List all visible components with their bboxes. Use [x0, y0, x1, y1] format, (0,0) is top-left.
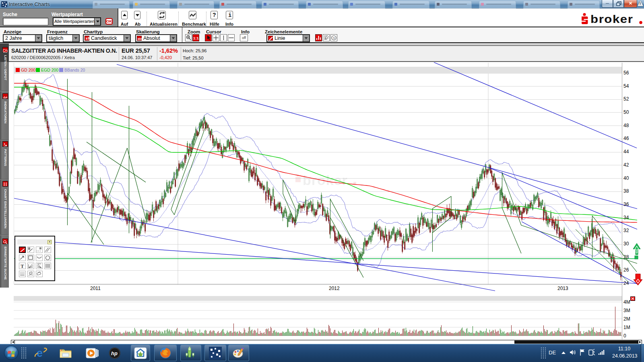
svg-text:0: 0 [623, 333, 626, 339]
svg-text:S: S [333, 36, 335, 40]
svg-text:30: 30 [623, 241, 629, 247]
svg-text:1M: 1M [623, 325, 630, 330]
svg-text:2M: 2M [623, 316, 630, 322]
svg-text:44: 44 [623, 149, 629, 154]
svg-text:3M: 3M [623, 308, 630, 313]
svg-text:EGD 200: EGD 200 [41, 68, 58, 72]
svg-text:38: 38 [623, 188, 629, 194]
svg-text:abs: abs [138, 37, 142, 40]
svg-text:52: 52 [623, 96, 629, 102]
svg-text:28: 28 [623, 254, 629, 260]
svg-text:34: 34 [623, 215, 629, 220]
svg-text:40: 40 [623, 175, 629, 181]
svg-text:32: 32 [623, 228, 629, 233]
svg-text:26: 26 [623, 267, 629, 273]
svg-text:?: ? [213, 12, 216, 18]
svg-text:BBands 20: BBands 20 [64, 68, 85, 72]
svg-text:2011: 2011 [90, 286, 101, 291]
svg-text:1:1: 1:1 [193, 36, 199, 40]
svg-text:50: 50 [623, 109, 629, 115]
svg-text:54: 54 [623, 83, 629, 89]
svg-text:4M: 4M [623, 299, 630, 305]
svg-text:broker: broker [590, 12, 633, 25]
svg-text:2013: 2013 [557, 286, 568, 291]
svg-text:T: T [21, 263, 24, 269]
svg-text:48: 48 [623, 123, 629, 128]
svg-text:46: 46 [623, 136, 629, 141]
svg-text:36: 36 [623, 202, 629, 207]
svg-text:2012: 2012 [329, 286, 340, 291]
svg-text:42: 42 [623, 162, 629, 168]
svg-text:24: 24 [623, 280, 629, 286]
svg-text:i: i [228, 12, 231, 19]
svg-text:GD 200: GD 200 [21, 68, 35, 72]
svg-text:56: 56 [623, 70, 629, 76]
svg-text:broker: broker [303, 173, 348, 188]
svg-text:hp: hp [111, 350, 118, 356]
